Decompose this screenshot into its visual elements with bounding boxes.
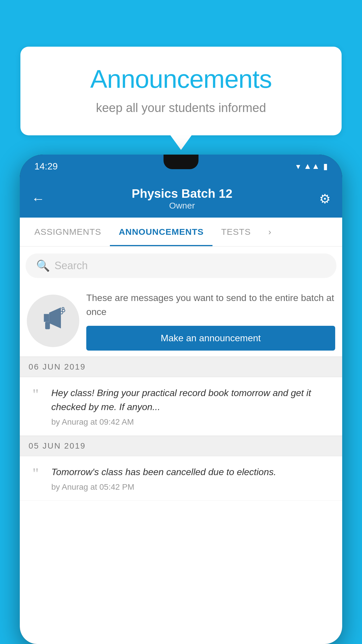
date-separator-1: 06 JUN 2019: [20, 357, 342, 377]
tab-tests[interactable]: TESTS: [212, 218, 260, 246]
back-button[interactable]: ←: [31, 191, 45, 206]
speech-bubble: Announcements keep all your students inf…: [20, 47, 342, 135]
tab-announcements[interactable]: ANNOUNCEMENTS: [110, 218, 212, 246]
search-placeholder: Search: [55, 260, 88, 272]
bubble-title: Announcements: [44, 64, 318, 94]
announcement-item-2[interactable]: " Tomorrow's class has been cancelled du…: [20, 456, 342, 501]
quote-icon-2: ": [27, 466, 44, 481]
svg-marker-1: [49, 307, 61, 328]
svg-rect-2: [45, 322, 50, 329]
batch-title: Physics Batch 12: [132, 187, 233, 201]
tabs-container: ASSIGNMENTS ANNOUNCEMENTS TESTS ›: [20, 218, 342, 246]
app-header: ← Physics Batch 12 Owner ⚙: [20, 178, 342, 218]
settings-button[interactable]: ⚙: [319, 191, 331, 206]
status-time: 14:29: [34, 161, 58, 172]
status-icons: ▾ ▲▲ ▮: [296, 162, 328, 171]
megaphone-icon: [40, 305, 66, 337]
announcement-meta-2: by Anurag at 05:42 PM: [51, 482, 335, 492]
announcement-content-2: Tomorrow's class has been cancelled due …: [51, 465, 335, 492]
announcement-text-1: Hey class! Bring your practical record b…: [51, 386, 335, 414]
header-title-area: Physics Batch 12 Owner: [132, 187, 233, 211]
make-announcement-button[interactable]: Make an announcement: [86, 326, 335, 351]
announcement-content-1: Hey class! Bring your practical record b…: [51, 386, 335, 427]
announcement-item-1[interactable]: " Hey class! Bring your practical record…: [20, 377, 342, 436]
notch: [164, 155, 198, 169]
phone-inner: ← Physics Batch 12 Owner ⚙ ASSIGNMENTS A…: [20, 178, 342, 644]
wifi-icon: ▾: [296, 162, 300, 171]
speech-bubble-section: Announcements keep all your students inf…: [20, 47, 342, 135]
signal-icon: ▲▲: [304, 162, 320, 171]
owner-label: Owner: [132, 201, 233, 211]
svg-point-5: [62, 307, 64, 309]
svg-marker-0: [44, 314, 49, 322]
announcement-meta-1: by Anurag at 09:42 AM: [51, 417, 335, 427]
status-bar: 14:29 ▾ ▲▲ ▮: [20, 155, 342, 178]
phone-frame: 14:29 ▾ ▲▲ ▮ ← Physics Batch 12 Owner ⚙ …: [20, 155, 342, 644]
tab-assignments[interactable]: ASSIGNMENTS: [26, 218, 110, 246]
battery-icon: ▮: [323, 162, 328, 171]
tab-more[interactable]: ›: [259, 218, 280, 246]
promo-icon-circle: [27, 295, 79, 347]
search-bar[interactable]: 🔍 Search: [26, 253, 336, 278]
search-icon: 🔍: [36, 259, 50, 272]
date-separator-2: 05 JUN 2019: [20, 436, 342, 456]
promo-description: These are messages you want to send to t…: [86, 291, 335, 319]
bubble-subtitle: keep all your students informed: [44, 101, 318, 115]
promo-right: These are messages you want to send to t…: [86, 291, 335, 351]
promo-card: These are messages you want to send to t…: [20, 285, 342, 357]
announcement-text-2: Tomorrow's class has been cancelled due …: [51, 465, 335, 479]
quote-icon-1: ": [27, 387, 44, 402]
